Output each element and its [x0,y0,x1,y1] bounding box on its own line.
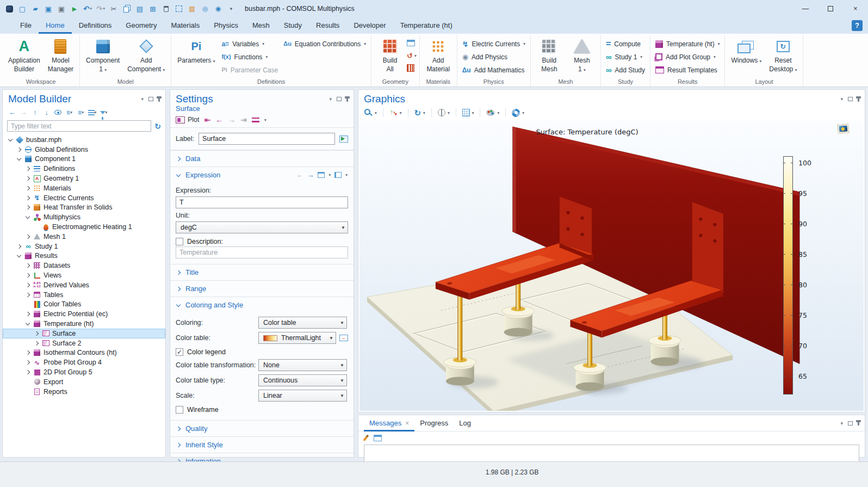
wireframe-checkbox[interactable] [176,406,183,414]
twisty-icon[interactable] [24,293,30,297]
qat-redo-button[interactable]: ↷▾ [95,2,107,15]
description-checkbox[interactable] [176,238,183,245]
mb-node-button[interactable]: ▾ [87,107,97,118]
float-icon[interactable] [848,97,853,101]
qat-save-button[interactable]: ▣ [42,2,54,15]
twisty-icon[interactable] [33,342,39,345]
edit-label-icon[interactable] [339,135,348,143]
twisty-icon[interactable] [16,245,22,248]
section-range[interactable]: Range [170,280,354,297]
insert-expression-icon[interactable] [318,172,325,178]
maximize-button[interactable] [818,0,843,17]
pin-icon[interactable] [158,97,160,102]
twisty-icon[interactable] [16,148,22,151]
color-legend-checkbox[interactable] [176,348,183,356]
ribbon-application-builder[interactable]: AApplicationBuilder [5,35,44,74]
color-table-type-select[interactable]: Continuous▼ [258,374,347,386]
ribbon-functions[interactable]: f(x)Functions▾ [221,51,278,63]
menu-definitions[interactable]: Definitions [72,17,119,34]
ribbon-temperature-ht[interactable]: Temperature (ht)▾ [655,38,720,50]
ribbon-tool-geom-array[interactable] [407,63,417,73]
tab-messages[interactable]: Messages× [364,415,414,431]
chevron-down-icon[interactable]: ▾ [103,7,106,11]
tree-item-color-tables[interactable]: Color Tables [3,300,165,310]
gx-image-button[interactable]: ▾ [485,107,501,119]
section-quality[interactable]: Quality [170,420,354,436]
twisty-icon[interactable] [24,312,30,316]
tree-item-export[interactable]: Export [3,377,165,387]
label-input[interactable] [199,133,335,145]
chevron-down-icon[interactable]: ▾ [264,118,266,122]
ribbon-mesh-1[interactable]: Mesh1 ▾ [566,35,598,74]
tree-item-tables[interactable]: Tables [3,290,165,300]
section-coloring-and-style[interactable]: Coloring and Style Coloring: Color table… [170,297,354,420]
color-table-transformation-select[interactable]: None▼ [258,359,347,371]
ribbon-electric-currents[interactable]: ↯Electric Currents▾ [462,38,525,50]
refresh-icon[interactable]: ↻ [154,122,161,130]
close-tab-icon[interactable]: × [405,420,409,427]
twisty-icon[interactable] [24,264,30,267]
tree-item-materials[interactable]: Materials [3,183,165,193]
coloring-select[interactable]: Color table▼ [258,317,347,329]
next-plot-icon[interactable]: → [228,116,235,124]
qat-search-button[interactable]: ◉ [212,2,224,15]
twisty-icon[interactable] [24,235,30,238]
color-table-select[interactable]: ThermalLight▼ [258,332,336,344]
tree-item-views[interactable]: Views [3,270,165,280]
tree-item-datasets[interactable]: Datasets [3,261,165,270]
qat-highlight-button[interactable]: ▧ [186,2,198,15]
scale-select[interactable]: Linear▼ [258,390,347,402]
graphics-viewport[interactable]: Surface: Temperature (degC) 100959085807… [359,120,864,411]
ribbon-build-all[interactable]: BuildAll [374,35,406,74]
tree-item-global-definitions[interactable]: Global Definitions [3,145,165,155]
menu-study[interactable]: Study [277,17,309,34]
ribbon-add-physics[interactable]: ◉Add Physics [462,51,525,63]
ribbon-result-templates[interactable]: Result Templates [655,64,720,76]
twisty-icon[interactable] [7,139,13,141]
qat-new-button[interactable]: ▢ [16,2,28,15]
chevron-down-icon[interactable]: ▾ [345,172,348,177]
float-icon[interactable] [848,421,853,426]
mb-down-button[interactable]: ↓ [41,107,52,118]
tree-item-surface[interactable]: Surface [3,329,165,338]
twisty-icon[interactable] [24,323,30,325]
qat-run-button[interactable]: ▶ [69,2,80,15]
section-title[interactable]: Title [170,264,354,280]
qat-cut-button[interactable]: ✂ [108,2,120,15]
plot-thumbnail-icon[interactable] [838,124,849,133]
qat-select-box-button[interactable] [173,2,185,15]
qat-paste-button[interactable]: ▤ [134,2,146,15]
minimize-button[interactable]: — [793,0,818,17]
unit-select[interactable]: degC▼ [176,221,348,233]
description-input[interactable] [176,246,348,258]
mb-filter-button[interactable]: ▾ [98,107,109,118]
twisty-icon[interactable] [24,274,30,277]
pin-icon[interactable] [346,97,348,102]
open-in-window-icon[interactable] [374,435,382,441]
twisty-icon[interactable] [16,158,22,160]
ribbon-add-material[interactable]: AddMaterial [423,35,454,74]
mb-up-button[interactable]: ↑ [30,107,40,118]
gx-zoom-button[interactable]: ▾ [363,107,379,119]
ribbon-add-study[interactable]: ∞Add Study [606,64,645,76]
chevron-down-icon[interactable]: ▾ [328,172,331,177]
tree-item-electric-currents[interactable]: Electric Currents [3,193,165,203]
qat-save-preview-button[interactable]: ▣ [55,2,67,15]
ribbon-windows[interactable]: Windows ▾ [728,35,765,66]
ribbon-parameter-case[interactable]: PiParameter Case [221,64,278,76]
twisty-icon[interactable] [24,361,30,364]
twisty-icon[interactable] [24,187,30,190]
panel-menu-icon[interactable] [329,96,332,102]
qat-copy-button[interactable] [121,2,133,15]
ribbon-add-component[interactable]: AddComponent ▾ [124,35,168,74]
prev-expression-icon[interactable]: ← [296,171,303,178]
float-icon[interactable] [337,97,342,101]
twisty-icon[interactable] [24,371,30,374]
ribbon-parameters[interactable]: PiParameters ▾ [174,35,218,66]
qat-duplicate-button[interactable]: ⊞ [147,2,159,15]
tree-item-multiphysics[interactable]: Multiphysics [3,212,165,222]
twisty-icon[interactable] [33,332,39,335]
tree-item-mesh-1[interactable]: Mesh 1 [3,232,165,242]
tree-filter-input[interactable] [7,120,151,132]
first-plot-icon[interactable]: ⇤ [204,116,211,124]
